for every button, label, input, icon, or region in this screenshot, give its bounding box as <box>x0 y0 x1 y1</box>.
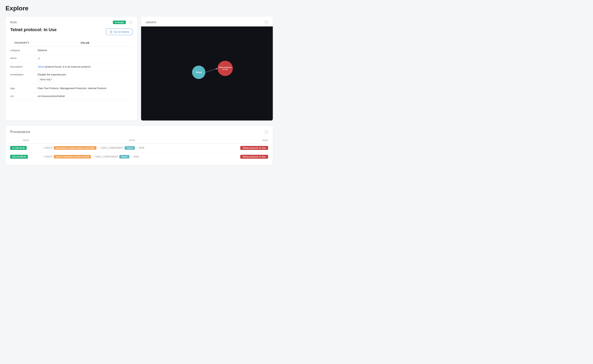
value-col-header: VALUE <box>38 40 132 46</box>
arrow-risk-1: → RISK <box>136 147 144 149</box>
prov-path-2: → HOSTS azuris.valentech.novaris.com:23 … <box>42 152 220 161</box>
arrow-uses-2: → USES_COMPONENT <box>92 155 118 158</box>
table-row: urn urn:issue:protocol:telnet <box>10 92 132 100</box>
graph-help-icon[interactable]: ? <box>265 20 268 24</box>
svg-line-0 <box>205 68 217 72</box>
seed-badge-2[interactable]: 233.32.208.55 <box>10 155 28 159</box>
prop-name-category: category <box>10 46 38 54</box>
prop-value-category: Network <box>38 46 132 54</box>
clipboard-icon: 📋 <box>109 30 112 33</box>
description-text: protocol found. It is an insecure protoc… <box>45 65 91 68</box>
path-component-badge-2[interactable]: Telnet <box>119 155 130 158</box>
arrow-uses-1: → USES_COMPONENT <box>98 147 124 149</box>
remediation-text: Disable the exposed port. <box>38 73 132 76</box>
property-col-header: PROPERTY <box>10 40 38 46</box>
graph-canvas[interactable]: Telnet Telnet protocol: In Use <box>141 26 273 120</box>
need-help-button[interactable]: Need help? <box>38 77 54 82</box>
risk-title: Telnet protocol: In Use <box>10 27 57 32</box>
node-risk-label: Telnet protocol: In Use <box>218 66 232 70</box>
prop-name-tags: tags <box>10 84 38 92</box>
path-flow-1: → HOSTS prismatech.vyntech.zalenix.com:2… <box>42 146 220 150</box>
prov-seed-2: 233.32.208.55 <box>10 152 42 161</box>
provenance-row-2: 233.32.208.55 → HOSTS azuris.valentech.n… <box>10 152 268 161</box>
table-row: category Network <box>10 46 132 54</box>
prop-value-description: Telnet protocol found. It is an insecure… <box>38 63 132 71</box>
risk-section-label: Risk <box>10 21 17 24</box>
prop-name-remediation: remediation <box>10 71 38 84</box>
node-telnet-label: Telnet <box>195 71 202 73</box>
telnet-link[interactable]: Telnet <box>38 65 45 68</box>
risk-header-right: In Scope ? <box>113 20 132 24</box>
path-host-badge-1[interactable]: prismatech.vyntech.zalenix.com:2323 <box>54 146 96 150</box>
graph-card: Graph ? Telnet <box>141 17 273 120</box>
path-flow-2: → HOSTS azuris.valentech.novaris.com:23 … <box>42 155 220 158</box>
provenance-card: Provenance ? SEED → PATH → RISK 71.162.4… <box>6 126 273 165</box>
prov-risk-2: Telnet protocol: In Use <box>220 152 268 161</box>
risk-title-row: Telnet protocol: In Use 📋 Go to Actions <box>10 27 132 36</box>
prov-path-1: → HOSTS prismatech.vyntech.zalenix.com:2… <box>42 143 220 152</box>
arrow-risk-2: → RISK <box>130 155 139 158</box>
in-scope-badge: In Scope <box>113 20 126 24</box>
go-to-actions-label: Go to Actions <box>114 30 129 33</box>
prov-seed-1: 71.162.43.45 <box>10 143 42 152</box>
property-table: PROPERTY VALUE category Network demo ✓ <box>10 40 132 100</box>
graph-card-header: Graph ? <box>141 17 273 26</box>
arrow-hosts-2: → HOSTS <box>42 155 53 158</box>
prop-value-remediation: Disable the exposed port. Need help? <box>38 71 132 84</box>
risk-badge-1[interactable]: Telnet protocol: In Use <box>240 146 268 150</box>
risk-card: Risk In Scope ? Telnet protocol: In Use … <box>6 17 137 120</box>
graph-node-telnet[interactable]: Telnet <box>192 66 205 79</box>
risk-help-icon[interactable]: ? <box>129 20 132 24</box>
provenance-help-icon[interactable]: ? <box>265 130 268 134</box>
provenance-title: Provenance <box>10 130 30 134</box>
provenance-row-1: 71.162.43.45 → HOSTS prismatech.vyntech.… <box>10 143 268 152</box>
table-row: tags Plain Text Protocol, Management Pro… <box>10 84 132 92</box>
seed-badge-1[interactable]: 71.162.43.45 <box>10 146 27 150</box>
provenance-header: Provenance ? <box>10 130 268 134</box>
prop-value-demo: ✓ <box>38 54 132 63</box>
table-row: remediation Disable the exposed port. Ne… <box>10 71 132 84</box>
risk-badge-2[interactable]: Telnet protocol: In Use <box>240 155 268 159</box>
prov-seed-col-header: SEED <box>10 138 42 143</box>
graph-section-label: Graph <box>146 21 156 24</box>
check-icon: ✓ <box>38 57 40 60</box>
provenance-table: SEED → PATH → RISK 71.162.43.45 → HOSTS … <box>10 138 268 161</box>
prop-name-urn: urn <box>10 92 38 100</box>
prov-path-col-header: → PATH <box>42 138 220 143</box>
prop-value-urn: urn:issue:protocol:telnet <box>38 92 132 100</box>
path-host-badge-2[interactable]: azuris.valentech.novaris.com:23 <box>54 155 91 158</box>
table-row: demo ✓ <box>10 54 132 63</box>
arrow-hosts-1: → HOSTS <box>42 147 53 149</box>
page-title: Explore <box>6 5 273 12</box>
graph-svg <box>141 26 273 120</box>
graph-node-risk[interactable]: Telnet protocol: In Use <box>217 61 233 76</box>
go-to-actions-button[interactable]: 📋 Go to Actions <box>106 29 132 35</box>
prop-value-tags: Plain Text Protocol, Management Protocol… <box>38 84 132 92</box>
risk-card-header: Risk In Scope ? <box>10 20 132 24</box>
prov-risk-col-header: → RISK <box>220 138 268 143</box>
prop-name-demo: demo <box>10 54 38 63</box>
prov-risk-1: Telnet protocol: In Use <box>220 143 268 152</box>
path-component-badge-1[interactable]: Telnet <box>125 146 135 150</box>
prop-name-description: description <box>10 63 38 71</box>
table-row: description Telnet protocol found. It is… <box>10 63 132 71</box>
